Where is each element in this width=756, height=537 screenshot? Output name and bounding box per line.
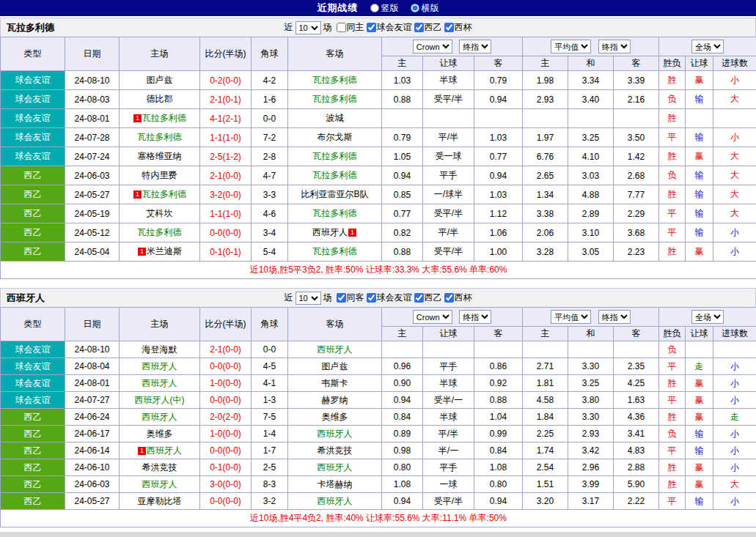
match-type[interactable]: 西乙 xyxy=(1,476,65,493)
team-name-link[interactable]: 瓦拉多利德 xyxy=(138,227,182,237)
match-type[interactable]: 球会友谊 xyxy=(1,109,65,128)
layout-option-horizontal[interactable]: 横版 xyxy=(411,2,439,15)
fulltime-select[interactable]: 全场 xyxy=(691,40,724,53)
europe-stage-select[interactable]: 终指 xyxy=(598,40,631,53)
europe-stage-select[interactable]: 终指 xyxy=(598,310,631,324)
team-name-link[interactable]: 瓦拉多利德 xyxy=(313,151,357,161)
filter-checkbox-球会友谊[interactable]: 球会友谊 xyxy=(367,21,412,34)
match-type[interactable]: 球会友谊 xyxy=(1,375,65,392)
match-score[interactable]: 1-0(0-0) xyxy=(200,426,252,442)
match-count-select[interactable]: 10 xyxy=(296,292,321,305)
team-name-link[interactable]: 瓦拉多利德 xyxy=(313,75,357,85)
team-name-link[interactable]: 卡塔赫纳 xyxy=(318,479,353,489)
filter-checkbox-西杯[interactable]: 西杯 xyxy=(444,292,472,304)
team-name-link[interactable]: 艾科坎 xyxy=(147,208,173,218)
checkbox-input[interactable] xyxy=(414,293,424,303)
team-name-link[interactable]: 韦斯卡 xyxy=(322,378,348,388)
checkbox-input[interactable] xyxy=(337,23,346,32)
match-score[interactable]: 3-2(0-0) xyxy=(200,185,252,204)
match-type[interactable]: 球会友谊 xyxy=(1,341,65,358)
team-name-link[interactable]: 奥维多 xyxy=(322,412,348,422)
average-select[interactable]: 平均值 xyxy=(551,310,591,324)
match-score[interactable]: 2-1(0-0) xyxy=(200,341,252,358)
team-name-link[interactable]: 赫罗纳 xyxy=(322,395,348,405)
match-count-select[interactable]: 10 xyxy=(296,21,321,34)
team-name-link[interactable]: 图卢兹 xyxy=(147,75,173,85)
team-name-link[interactable]: 西班牙人 xyxy=(142,412,177,422)
checkbox-input[interactable] xyxy=(367,23,376,32)
team-name-link[interactable]: 比利亚雷亚尔B队 xyxy=(301,189,368,199)
checkbox-input[interactable] xyxy=(444,293,454,303)
team-name-link[interactable]: 瓦拉多利德 xyxy=(313,170,357,180)
match-score[interactable]: 0-1(0-0) xyxy=(200,459,252,476)
match-score[interactable]: 1-1(1-0) xyxy=(200,204,252,223)
match-type[interactable]: 西乙 xyxy=(1,459,65,476)
match-score[interactable]: 4-1(2-1) xyxy=(200,109,252,128)
team-name-link[interactable]: 塞格维亚纳 xyxy=(138,151,182,161)
match-score[interactable]: 1-0(0-0) xyxy=(200,375,252,392)
average-select[interactable]: 平均值 xyxy=(551,40,591,53)
team-name-link[interactable]: 西班牙人 xyxy=(142,378,177,388)
match-type[interactable]: 西乙 xyxy=(1,442,65,459)
team-name-link[interactable]: 西班牙人 xyxy=(318,344,353,355)
fulltime-select[interactable]: 全场 xyxy=(691,310,724,324)
checkbox-input[interactable] xyxy=(444,23,454,32)
team-name-link[interactable]: 瓦拉多利德 xyxy=(313,208,357,218)
match-type[interactable]: 西乙 xyxy=(1,166,65,185)
match-type[interactable]: 球会友谊 xyxy=(1,90,65,109)
match-score[interactable]: 2-0(2-0) xyxy=(200,409,252,426)
team-name-link[interactable]: 德比郡 xyxy=(147,94,173,104)
team-name-link[interactable]: 瓦拉多利德 xyxy=(313,246,357,256)
team-name-link[interactable]: 图卢兹 xyxy=(322,361,348,371)
asia-stage-select[interactable]: 终指 xyxy=(459,40,491,53)
asia-stage-select[interactable]: 终指 xyxy=(459,310,491,324)
checkbox-input[interactable] xyxy=(414,23,424,32)
match-type[interactable]: 西乙 xyxy=(1,185,65,204)
team-name-link[interactable]: 希洪竞技 xyxy=(318,445,353,456)
bookmaker-select[interactable]: Crown xyxy=(413,40,452,53)
horizontal-layout-radio[interactable] xyxy=(411,4,419,12)
match-type[interactable]: 西乙 xyxy=(1,242,65,262)
match-score[interactable]: 0-0(0-0) xyxy=(200,442,252,459)
match-type[interactable]: 球会友谊 xyxy=(1,71,65,90)
match-score[interactable]: 3-0(0-0) xyxy=(200,476,252,493)
match-type[interactable]: 球会友谊 xyxy=(1,147,65,166)
match-score[interactable]: 0-0(0-0) xyxy=(200,493,252,510)
match-score[interactable]: 2-1(0-0) xyxy=(200,166,252,185)
checkbox-input[interactable] xyxy=(367,293,376,303)
team-name-link[interactable]: 西班牙人 xyxy=(318,429,353,439)
match-type[interactable]: 西乙 xyxy=(1,409,65,426)
match-type[interactable]: 球会友谊 xyxy=(1,392,65,409)
checkbox-input[interactable] xyxy=(337,293,346,303)
filter-checkbox-西乙[interactable]: 西乙 xyxy=(414,21,442,34)
match-score[interactable]: 2-5(1-2) xyxy=(200,147,252,166)
match-score[interactable]: 0-0(0-0) xyxy=(200,223,252,242)
team-name-link[interactable]: 西班牙人 xyxy=(142,479,177,489)
match-type[interactable]: 西乙 xyxy=(1,223,65,242)
match-type[interactable]: 西乙 xyxy=(1,426,65,442)
layout-option-vertical[interactable]: 竖版 xyxy=(370,2,399,15)
match-score[interactable]: 0-0(0-0) xyxy=(200,392,252,409)
team-name-link[interactable]: 瓦拉多利德 xyxy=(142,113,186,123)
team-name-link[interactable]: 瓦拉多利德 xyxy=(138,132,182,142)
match-type[interactable]: 球会友谊 xyxy=(1,358,65,375)
match-score[interactable]: 2-1(0-1) xyxy=(200,90,252,109)
filter-checkbox-西乙[interactable]: 西乙 xyxy=(414,292,442,304)
filter-checkbox-球会友谊[interactable]: 球会友谊 xyxy=(367,292,412,304)
team-name-link[interactable]: 波城 xyxy=(326,113,344,123)
match-score[interactable]: 0-0(0-0) xyxy=(200,358,252,375)
filter-checkbox-西杯[interactable]: 西杯 xyxy=(444,21,472,34)
match-score[interactable]: 0-1(0-1) xyxy=(200,242,252,262)
team-name-link[interactable]: 米兰迪斯 xyxy=(147,246,182,256)
team-name-link[interactable]: 布尔戈斯 xyxy=(318,132,353,142)
filter-checkbox-同客[interactable]: 同客 xyxy=(337,292,364,304)
team-name-link[interactable]: 西班牙人 xyxy=(318,496,353,506)
match-score[interactable]: 0-2(0-0) xyxy=(200,71,252,90)
match-type[interactable]: 西乙 xyxy=(1,204,65,223)
team-name-link[interactable]: 海登海默 xyxy=(142,344,177,355)
team-name-link[interactable]: 亚摩勒比塔 xyxy=(138,496,182,506)
match-type[interactable]: 球会友谊 xyxy=(1,128,65,147)
filter-checkbox-同主[interactable]: 同主 xyxy=(337,21,364,34)
team-name-link[interactable]: 西班牙人(中) xyxy=(135,395,185,405)
team-name-link[interactable]: 特内里费 xyxy=(142,170,177,180)
